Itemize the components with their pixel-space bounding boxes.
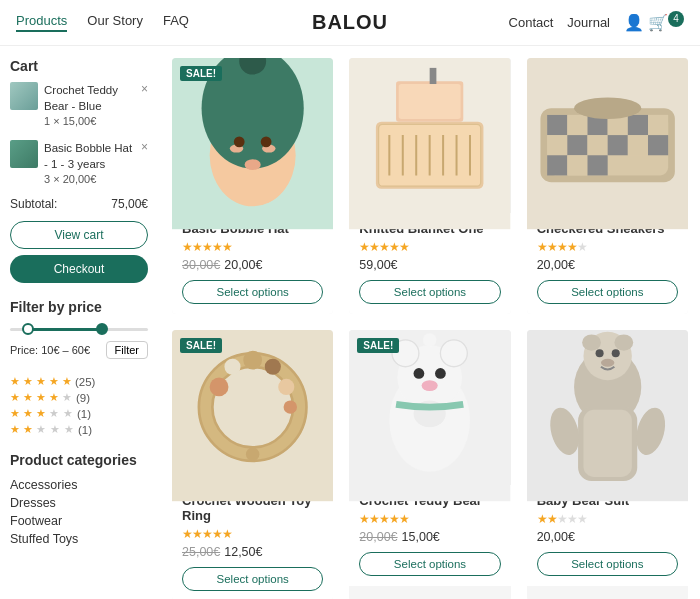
view-cart-button[interactable]: View cart [10,221,148,249]
star-empty: ★ [50,423,60,436]
category-item[interactable]: Stuffed Toys [10,530,148,548]
svg-rect-32 [567,136,587,156]
checkout-button[interactable]: Checkout [10,255,148,283]
star-filled: ★ [10,407,19,420]
product-image-wrap: SALE! [172,58,333,213]
range-thumb-min[interactable] [22,323,34,335]
cart-remove-button[interactable]: × [141,140,148,154]
sale-badge: SALE! [180,66,222,81]
product-image-wrap: SALE! [349,330,510,485]
nav-link-faq[interactable]: FAQ [163,13,189,32]
product-image-wrap [349,58,510,213]
star-empty: ★ [64,423,74,436]
price-original: 25,00€ [182,545,220,559]
svg-rect-39 [587,156,607,176]
select-options-button[interactable]: Select options [182,280,323,304]
category-item[interactable]: Footwear [10,512,148,530]
cart-icon[interactable]: 🛒 [648,13,668,32]
svg-point-47 [265,359,281,375]
cart-items: Crochet Teddy Bear - Blue 1 × 15,00€ × B… [10,82,148,187]
rating-count: (1) [78,424,92,436]
categories-list: AccessoriesDressesFootwearStuffed Toys [10,476,148,548]
user-icon[interactable]: 👤 [624,13,644,32]
star-filled: ★ [10,391,19,404]
rating-filter-row[interactable]: ★★★★★(1) [10,423,148,436]
svg-point-57 [435,369,446,380]
nav-link-contact[interactable]: Contact [509,15,554,30]
filter-price-label: Price: 10€ – 60€ [10,344,90,356]
svg-rect-30 [648,115,668,135]
price-sale: 15,00€ [402,530,440,544]
star-filled: ★ [62,375,71,388]
cart-item-thumb [10,82,38,110]
product-card: SALE! Basic Bobble Hat ★★★★★ 30,00€20,00… [172,58,333,314]
cart-item-qty: 3 × 20,00€ [44,172,135,187]
rating-filter-row[interactable]: ★★★★★(9) [10,391,148,404]
cart-item-name: Crochet Teddy Bear - Blue [44,82,135,114]
navbar: ProductsOur StoryFAQ BALOU ContactJourna… [0,0,700,46]
svg-rect-21 [430,68,437,84]
nav-link-products[interactable]: Products [16,13,67,32]
nav-center: BALOU [312,11,388,34]
rating-filter-row[interactable]: ★★★★★(25) [10,375,148,388]
select-options-button[interactable]: Select options [537,280,678,304]
star-filled: ★ [36,375,45,388]
cart-item: Basic Bobble Hat - 1 - 3 years 3 × 20,00… [10,140,148,188]
select-options-button[interactable]: Select options [359,552,500,576]
svg-point-50 [246,448,259,461]
rating-count: (9) [76,392,90,404]
star-empty: ★ [49,407,59,420]
product-image-wrap [527,330,688,485]
svg-point-44 [210,378,229,397]
product-stars: ★★★★★ [182,527,323,541]
sidebar: Cart Crochet Teddy Bear - Blue 1 × 15,00… [0,58,160,599]
cart-item-qty: 1 × 15,00€ [44,114,135,129]
svg-point-6 [245,160,261,171]
select-options-button[interactable]: Select options [359,280,500,304]
product-stars: ★★★★★ [359,512,500,526]
subtotal-value: 75,00€ [111,197,148,211]
svg-rect-31 [547,136,567,156]
svg-point-60 [423,334,436,347]
svg-rect-36 [648,136,668,156]
star-empty: ★ [62,391,72,404]
select-options-button[interactable]: Select options [537,552,678,576]
svg-point-68 [601,359,614,367]
product-price: 20,00€ [537,530,678,544]
svg-rect-20 [399,84,461,119]
product-price: 30,00€20,00€ [182,258,323,272]
svg-point-8 [261,137,272,148]
cart-title: Cart [10,58,148,74]
range-thumb-max[interactable] [96,323,108,335]
svg-rect-33 [587,136,607,156]
filter-section: Filter by price Price: 10€ – 60€ Filter [10,299,148,359]
subtotal-row: Subtotal: 75,00€ [10,197,148,211]
price-sale: 20,00€ [224,258,262,272]
cart-remove-button[interactable]: × [141,82,148,96]
product-price: 20,00€15,00€ [359,530,500,544]
rating-filter-row[interactable]: ★★★★★(1) [10,407,148,420]
products-grid: SALE! Basic Bobble Hat ★★★★★ 30,00€20,00… [172,58,688,599]
product-stars: ★★★★★ [359,240,500,254]
cart-item: Crochet Teddy Bear - Blue 1 × 15,00€ × [10,82,148,130]
product-stars: ★★★★★ [537,240,678,254]
price-regular: 59,00€ [359,258,397,272]
svg-rect-26 [567,115,587,135]
select-options-button[interactable]: Select options [182,567,323,591]
filter-button[interactable]: Filter [106,341,148,359]
product-price: 25,00€12,50€ [182,545,323,559]
categories-title: Product categories [10,452,148,468]
nav-link-our-story[interactable]: Our Story [87,13,143,32]
rating-count: (25) [75,376,95,388]
svg-point-40 [574,98,641,120]
product-stars: ★★★★★ [537,512,678,526]
categories-section: Product categories AccessoriesDressesFoo… [10,452,148,548]
category-item[interactable]: Dresses [10,494,148,512]
category-item[interactable]: Accessories [10,476,148,494]
price-original: 30,00€ [182,258,220,272]
star-filled: ★ [23,375,32,388]
svg-point-49 [284,401,297,414]
nav-left: ProductsOur StoryFAQ [16,13,189,32]
nav-link-journal[interactable]: Journal [567,15,610,30]
star-filled: ★ [23,391,32,404]
